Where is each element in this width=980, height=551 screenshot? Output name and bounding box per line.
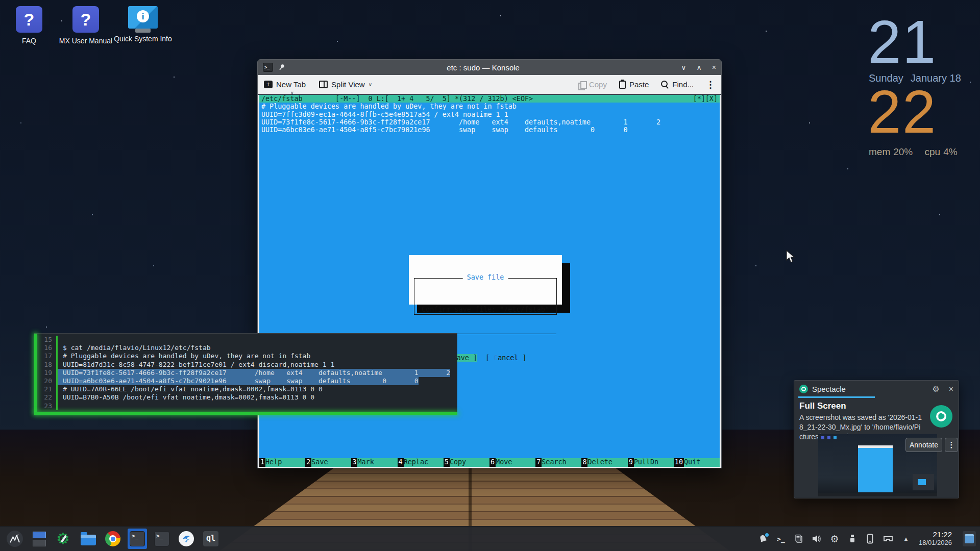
volume-icon[interactable] [812,533,822,544]
thumb-desktop-icon [827,436,830,439]
split-view-button[interactable]: Split View ∨ [319,80,372,89]
konsole-task-button-active[interactable]: >_ [128,529,147,549]
cancel-button[interactable]: [ Cancel ] [485,354,527,362]
maximize-button[interactable]: ∧ [697,63,702,71]
fstab-line: # Pluggable devices are handled by uDev,… [261,103,718,110]
save-file-dialog: Save file Confirm save file: "/etc/fstab… [409,255,562,305]
notification-kebab-icon[interactable]: ⋮ [945,438,958,452]
terminal-app-button[interactable]: >_ [152,529,172,549]
split-view-chevron-icon: ∨ [369,82,372,87]
fnkey-quit[interactable]: 10Quit [674,458,720,467]
fnkey-pulldn[interactable]: 9PullDn [628,458,674,467]
thumb-desktop-icon [821,436,824,439]
kdeconnect-phone-icon[interactable] [865,533,875,544]
desktop-icon-label: Quick System Info [112,35,174,43]
find-button[interactable]: Find... [661,80,694,89]
notification-close-icon[interactable]: × [949,385,953,394]
usb-device-icon[interactable] [847,533,857,544]
fnkey-save[interactable]: 2Save [305,458,351,467]
snippet-editor-overlay[interactable]: 15 16$ cat /media/flavio/Linux12/etc/fst… [34,333,457,412]
desktop-icon-label: FAQ [0,37,60,45]
kebab-menu-icon: ⋮ [706,79,715,90]
show-desktop-button[interactable] [963,531,976,546]
notifications-icon[interactable] [758,533,768,544]
fnkey-search[interactable]: 7Search [535,458,581,467]
new-tab-icon: + [264,81,273,88]
split-view-icon [319,81,328,88]
desktop-icon-mx-user-manual[interactable]: ? MX User Manual [55,6,116,45]
mx-tools-button[interactable]: ⚙ [54,529,74,549]
terminal-icon: >_ [130,531,145,546]
clock-hour: 21 [868,15,970,68]
spectacle-shutter-icon [930,405,952,428]
paste-icon [619,81,626,89]
expand-tray-icon[interactable]: ▲ [901,533,911,544]
app-menu-button[interactable] [5,529,24,549]
fstab-line: UUID=73f1fe8c-5617-4666-9b3c-ff28f9a2ce1… [261,118,718,126]
fnkey-copy[interactable]: 5Copy [444,458,489,467]
fnkey-replace[interactable]: 4Replac [398,458,444,467]
paste-label: Paste [629,80,649,89]
window-titlebar[interactable]: >_ etc : sudo — Konsole ∨ ∧ × [258,60,721,75]
mcedit-function-bar: 1Help 2Save 3Mark 4Replac 5Copy 6Move 7S… [259,458,720,467]
tray-time: 21:22 [919,531,952,539]
menu-button[interactable]: ⋮ [706,79,715,90]
clipboard-icon[interactable] [794,533,804,544]
pin-icon[interactable] [278,64,285,71]
pager-desktop-2[interactable] [33,540,46,546]
new-tab-label: New Tab [276,80,306,89]
annotate-button[interactable]: Annotate [905,438,942,452]
notification-app-name: Spectacle [812,385,932,393]
mcedit-header: /etc/fstab [-M--] 0 L:[ 1+ 4 5/ 5] *(312… [259,95,720,103]
tray-clock[interactable]: 21:22 18/01/2026 [919,531,952,547]
dialog-message: Confirm save file: "/etc/fstab" [414,306,556,313]
cancel-hotkey: C [494,354,498,362]
copy-button[interactable]: Copy [578,80,607,89]
fnkey-help[interactable]: 1Help [259,458,305,467]
question-mark-icon: ? [16,6,42,33]
monitor-info-icon: i [128,6,158,29]
desktop-icon-quick-system-info[interactable]: i Quick System Info [112,6,174,43]
konsole-toolbar: + New Tab ∨ Split View ∨ Copy Paste Find… [258,75,721,94]
chrome-button[interactable] [103,529,122,549]
minimize-button[interactable]: ∨ [681,63,686,71]
shutter-glyph [934,409,948,423]
konsole-app-icon: >_ [263,63,273,72]
mcedit-header-status: /etc/fstab [-M--] 0 L:[ 1+ 4 5/ 5] *(312… [261,95,533,103]
close-button[interactable]: × [712,63,716,71]
mem-label: mem [869,146,890,157]
pager-desktop-1-active[interactable] [33,532,46,538]
question-mark-icon: ? [72,6,99,33]
clock-widget: 21 SundayJanuary 18 22 mem20% cpu4% [868,15,970,158]
fnkey-mark[interactable]: 3Mark [351,458,397,467]
chrome-icon [105,531,120,546]
fnkey-move[interactable]: 6Move [489,458,535,467]
terminal-icon: >_ [154,531,169,546]
settings-gear-icon[interactable]: ⚙ [829,533,840,544]
paste-button[interactable]: Paste [619,80,649,89]
network-icon[interactable] [883,533,893,544]
monitor-stand [135,29,151,33]
file-manager-button[interactable] [79,529,98,549]
fnkey-delete[interactable]: 8Delete [581,458,627,467]
fstab-content: # Pluggable devices are handled by uDev,… [259,103,720,134]
cpu-value: 4% [943,146,957,157]
app-icon-ql: ql [203,531,218,546]
notification-heading: Full Screen [799,401,953,411]
falkon-button[interactable] [177,529,196,549]
snippet-row: 22UUID=B7B0-A50B /boot/efi vfat noatime,… [37,393,457,402]
notification-settings-gear-icon[interactable]: ⚙ [932,384,939,394]
desktop-icon-faq[interactable]: ? FAQ [0,6,60,45]
mx-linux-logo-icon [7,531,23,547]
fstab-line: UUID=a6bc03e6-ae71-4504-a8f5-c7bc79021e9… [261,126,718,134]
question-glyph: ? [81,10,91,30]
virtual-desktop-pager[interactable] [30,529,49,549]
terminal-tray-icon[interactable]: >_ [776,533,786,544]
snippet-body: 15 16$ cat /media/flavio/Linux12/etc/fst… [37,336,457,410]
notification-badge [765,533,769,537]
dialog-title: Save file [463,273,508,281]
mcedit-header-buttons[interactable]: [*][X] [693,95,718,103]
new-tab-button[interactable]: + New Tab ∨ [264,80,306,89]
split-view-label: Split View [331,80,365,89]
app-button-ql[interactable]: ql [201,529,220,549]
